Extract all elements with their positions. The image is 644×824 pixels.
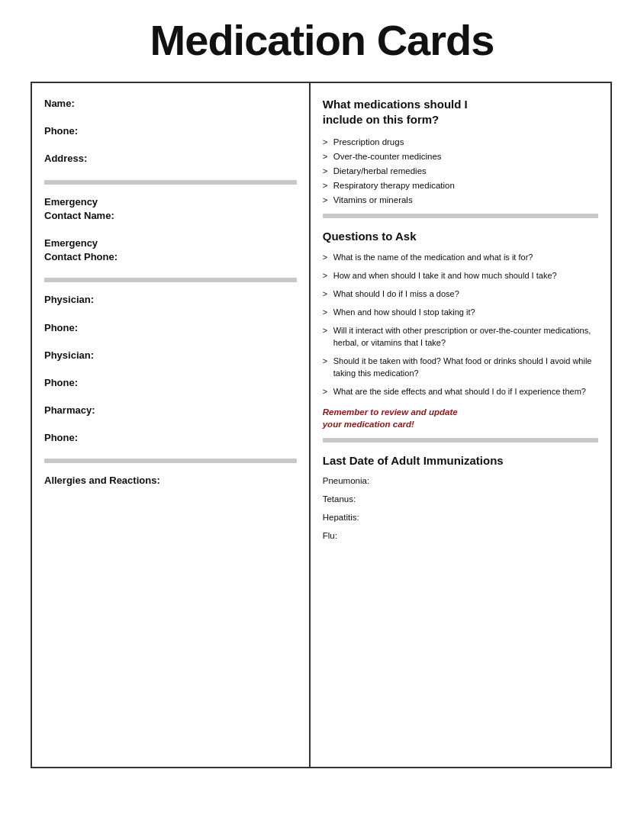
divider-2 xyxy=(44,278,297,282)
list-item: Dietary/herbal remedies xyxy=(323,165,598,177)
emergency-contact-name-label: EmergencyContact Name: xyxy=(44,195,297,223)
list-item: When and how should I stop taking it? xyxy=(323,307,598,319)
divider-3 xyxy=(44,459,297,463)
list-item: Vitamins or minerals xyxy=(323,194,598,206)
pneumonia-label: Pneumonia: xyxy=(323,476,598,485)
pharmacy-label: Pharmacy: xyxy=(44,404,297,417)
medications-list: Prescription drugs Over-the-counter medi… xyxy=(323,136,598,206)
right-card: What medications should Iinclude on this… xyxy=(309,82,612,768)
divider-right-1 xyxy=(323,214,598,218)
list-item: Should it be taken with food? What food … xyxy=(323,356,598,380)
pharmacy-phone-label: Phone: xyxy=(44,431,297,445)
questions-list: What is the name of the medication and w… xyxy=(323,252,598,398)
list-item: How and when should I take it and how mu… xyxy=(323,270,598,282)
divider-right-2 xyxy=(323,438,598,443)
questions-title: Questions to Ask xyxy=(323,229,598,244)
allergies-label: Allergies and Reactions: xyxy=(44,474,297,488)
flu-label: Flu: xyxy=(323,531,598,540)
list-item: Prescription drugs xyxy=(323,136,598,148)
physician-1-label: Physician: xyxy=(44,293,297,307)
list-item: Will it interact with other prescription… xyxy=(323,325,598,349)
cards-container: Name: Phone: Address: EmergencyContact N… xyxy=(31,82,613,768)
reminder-text: Remember to review and updateyour medica… xyxy=(323,406,598,430)
physician-2-label: Physician: xyxy=(44,349,297,362)
list-item: Respiratory therapy medication xyxy=(323,179,598,192)
list-item: What is the name of the medication and w… xyxy=(323,252,598,264)
list-item: What are the side effects and what shoul… xyxy=(323,386,598,398)
immunizations-section: Last Date of Adult Immunizations Pneumon… xyxy=(323,453,598,540)
address-label: Address: xyxy=(44,152,297,166)
divider-1 xyxy=(44,180,297,185)
phone-label: Phone: xyxy=(44,124,297,138)
list-item: Over-the-counter medicines xyxy=(323,150,598,163)
page-title: Medication Cards xyxy=(31,15,613,65)
physician-phone-1-label: Phone: xyxy=(44,321,297,335)
physician-phone-2-label: Phone: xyxy=(44,376,297,390)
what-medications-title: What medications should Iinclude on this… xyxy=(323,97,598,128)
emergency-contact-phone-label: EmergencyContact Phone: xyxy=(44,237,297,264)
name-label: Name: xyxy=(44,97,297,111)
hepatitis-label: Hepatitis: xyxy=(323,513,598,522)
list-item: What should I do if I miss a dose? xyxy=(323,288,598,301)
immunizations-title: Last Date of Adult Immunizations xyxy=(323,453,598,468)
left-card: Name: Phone: Address: EmergencyContact N… xyxy=(31,82,311,768)
tetanus-label: Tetanus: xyxy=(323,494,598,504)
